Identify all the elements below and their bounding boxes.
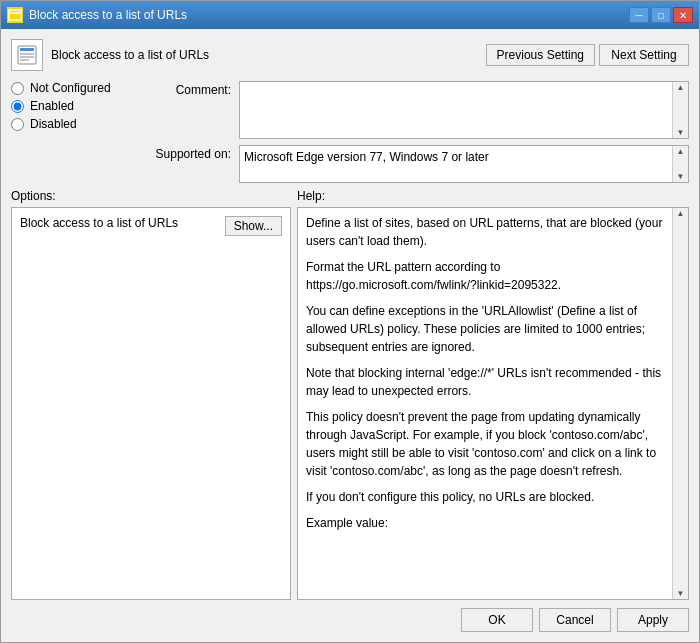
radio-enabled-label: Enabled [30, 99, 74, 113]
cancel-button[interactable]: Cancel [539, 608, 611, 632]
section-labels: Options: Help: [11, 189, 689, 203]
supported-label: Supported on: [141, 145, 231, 161]
show-button[interactable]: Show... [225, 216, 282, 236]
svg-rect-4 [20, 48, 34, 51]
main-window: Block access to a list of URLs ─ □ ✕ [0, 0, 700, 643]
supported-row: Supported on: Microsoft Edge version 77,… [141, 145, 689, 183]
help-panel: Define a list of sites, based on URL pat… [297, 207, 689, 600]
comment-box: ▲ ▼ [239, 81, 689, 139]
radio-disabled: Disabled [11, 117, 141, 131]
help-para-1: Define a list of sites, based on URL pat… [306, 214, 664, 250]
options-item-label: Block access to a list of URLs [20, 216, 217, 230]
svg-rect-0 [9, 10, 21, 20]
radio-not-configured-label: Not Configured [30, 81, 111, 95]
help-scroll-down[interactable]: ▼ [677, 589, 685, 598]
scroll-up-arrow[interactable]: ▲ [677, 83, 685, 92]
comment-label: Comment: [141, 81, 231, 97]
radio-disabled-input[interactable] [11, 118, 24, 131]
svg-rect-2 [11, 15, 14, 18]
window-title: Block access to a list of URLs [29, 8, 187, 22]
radio-not-configured: Not Configured [11, 81, 141, 95]
help-label: Help: [297, 189, 325, 203]
help-scrollbar[interactable]: ▲ ▼ [672, 208, 688, 599]
radio-group: Not Configured Enabled Disabled [11, 81, 141, 131]
comment-scrollbar[interactable]: ▲ ▼ [672, 82, 688, 138]
radio-section: Not Configured Enabled Disabled [11, 81, 141, 183]
fields-section: Comment: ▲ ▼ Supported on: Microsoft Edg… [141, 81, 689, 183]
minimize-button[interactable]: ─ [629, 7, 649, 23]
options-panel: Block access to a list of URLs Show... [11, 207, 291, 600]
apply-button[interactable]: Apply [617, 608, 689, 632]
title-bar-left: Block access to a list of URLs [7, 7, 187, 23]
maximize-button[interactable]: □ [651, 7, 671, 23]
main-panels: Block access to a list of URLs Show... D… [11, 207, 689, 600]
supported-box: Microsoft Edge version 77, Windows 7 or … [239, 145, 689, 183]
top-bar: Block access to a list of URLs Previous … [11, 39, 689, 71]
help-para-4: Note that blocking internal 'edge://*' U… [306, 364, 664, 400]
radio-not-configured-input[interactable] [11, 82, 24, 95]
title-bar: Block access to a list of URLs ─ □ ✕ [1, 1, 699, 29]
comment-row: Comment: ▲ ▼ [141, 81, 689, 139]
radio-enabled: Enabled [11, 99, 141, 113]
help-para-2: Format the URL pattern according to http… [306, 258, 664, 294]
options-inner: Block access to a list of URLs Show... [12, 208, 290, 599]
title-bar-controls: ─ □ ✕ [629, 7, 693, 23]
window-icon [7, 7, 23, 23]
help-scroll-up[interactable]: ▲ [677, 209, 685, 218]
top-bar-left: Block access to a list of URLs [11, 39, 209, 71]
help-para-7: Example value: [306, 514, 664, 532]
nav-buttons: Previous Setting Next Setting [486, 44, 689, 66]
help-para-5: This policy doesn't prevent the page fro… [306, 408, 664, 480]
help-para-3: You can define exceptions in the 'URLAll… [306, 302, 664, 356]
supported-scroll-down[interactable]: ▼ [677, 172, 685, 181]
supported-scroll-up[interactable]: ▲ [677, 147, 685, 156]
policy-icon [11, 39, 43, 71]
policy-title: Block access to a list of URLs [51, 48, 209, 62]
options-label: Options: [11, 189, 56, 203]
content-area: Block access to a list of URLs Previous … [1, 29, 699, 642]
next-setting-button[interactable]: Next Setting [599, 44, 689, 66]
radio-disabled-label: Disabled [30, 117, 77, 131]
ok-button[interactable]: OK [461, 608, 533, 632]
help-para-6: If you don't configure this policy, no U… [306, 488, 664, 506]
bottom-bar: OK Cancel Apply [11, 600, 689, 632]
supported-value: Microsoft Edge version 77, Windows 7 or … [240, 146, 672, 182]
help-text-area: Define a list of sites, based on URL pat… [298, 208, 672, 599]
comment-textarea[interactable] [240, 82, 672, 138]
supported-scrollbar[interactable]: ▲ ▼ [672, 146, 688, 182]
scroll-down-arrow[interactable]: ▼ [677, 128, 685, 137]
close-button[interactable]: ✕ [673, 7, 693, 23]
previous-setting-button[interactable]: Previous Setting [486, 44, 595, 66]
radio-enabled-input[interactable] [11, 100, 24, 113]
